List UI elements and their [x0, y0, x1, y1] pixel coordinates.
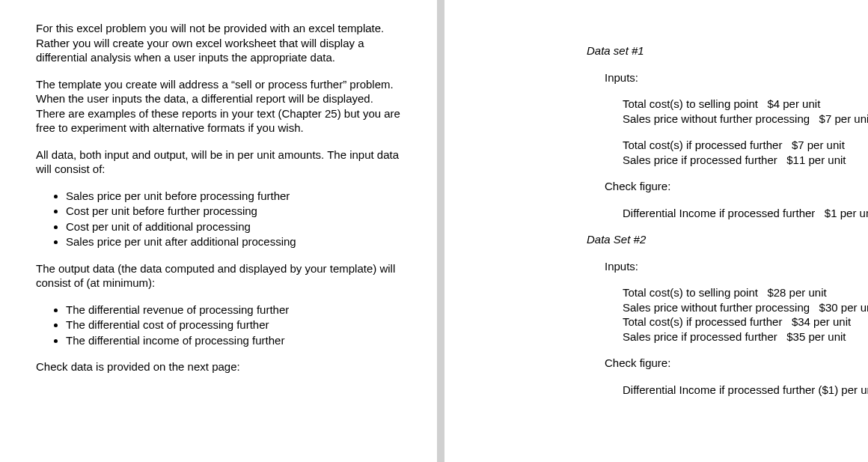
data-line: Sales price without further processing $… [623, 300, 832, 315]
check-figure-label: Check figure: [605, 356, 832, 371]
check-figure-label: Check figure: [605, 179, 832, 194]
page-divider [438, 0, 444, 462]
data-line: Sales price if processed further $11 per… [623, 153, 832, 168]
intro-paragraph-2: The template you create will address a “… [36, 77, 401, 136]
list-item: Sales price per unit before processing f… [66, 189, 401, 204]
data-line: Sales price without further processing $… [623, 112, 832, 127]
document-page-right: Data set #1 Inputs: Total cost(s) to sel… [444, 0, 868, 462]
data-line: Total cost(s) if processed further $34 p… [623, 314, 832, 329]
inputs-label: Inputs: [605, 70, 832, 85]
dataset-2-title: Data Set #2 [587, 232, 832, 247]
inputs-label: Inputs: [605, 259, 832, 274]
intro-paragraph-1: For this excel problem you will not be p… [36, 21, 401, 65]
list-item: Cost per unit before further processing [66, 204, 401, 219]
list-item: The differential cost of processing furt… [66, 317, 401, 332]
data-line: Total cost(s) to selling point $28 per u… [623, 285, 832, 300]
input-data-list: Sales price per unit before processing f… [66, 189, 401, 249]
check-figure-line: Differential Income if processed further… [623, 206, 832, 221]
document-page-left: For this excel problem you will not be p… [0, 0, 437, 462]
intro-paragraph-3: All data, both input and output, will be… [36, 148, 401, 177]
list-item: Cost per unit of additional processing [66, 219, 401, 234]
output-data-list: The differential revenue of processing f… [66, 303, 401, 348]
list-item: Sales price per unit after additional pr… [66, 234, 401, 249]
data-line: Sales price if processed further $35 per… [623, 329, 832, 344]
dataset-1-title: Data set #1 [587, 43, 832, 58]
data-line: Total cost(s) to selling point $4 per un… [623, 97, 832, 112]
check-figure-line: Differential Income if processed further… [623, 383, 832, 398]
list-item: The differential revenue of processing f… [66, 303, 401, 317]
check-data-note: Check data is provided on the next page: [36, 359, 401, 374]
list-item: The differential income of processing fu… [66, 333, 401, 348]
output-intro-paragraph: The output data (the data computed and d… [36, 261, 401, 291]
data-line: Total cost(s) if processed further $7 pe… [623, 138, 832, 153]
